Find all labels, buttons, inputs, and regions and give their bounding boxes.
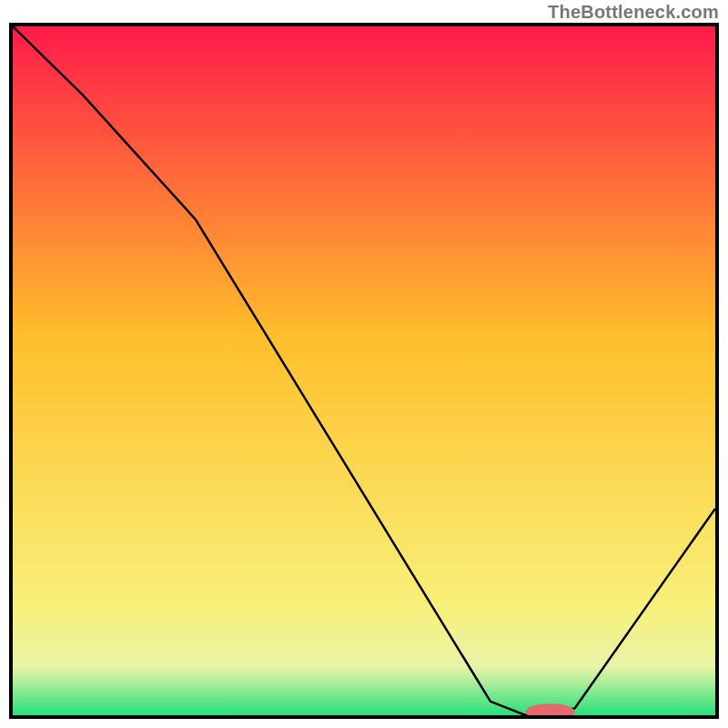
- chart-frame: [9, 23, 719, 719]
- chart-background: [13, 26, 715, 715]
- watermark-text: TheBottleneck.com: [548, 2, 719, 23]
- chart-svg: [13, 26, 715, 715]
